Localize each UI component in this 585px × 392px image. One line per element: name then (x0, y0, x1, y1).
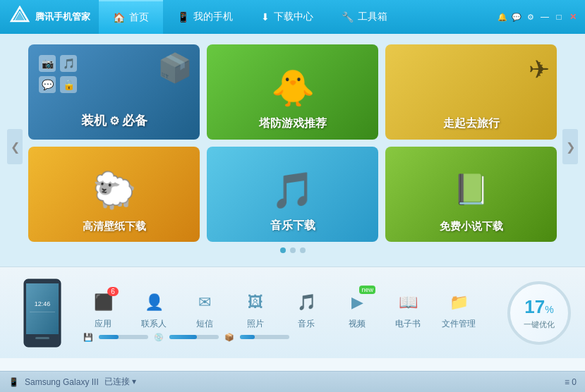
card3-label: 走起去旅行 (443, 116, 500, 131)
svg-text:12:46: 12:46 (35, 300, 51, 307)
storage-icon-3: 📦 (224, 333, 234, 342)
music-icon: 🎵 (294, 290, 319, 315)
banner-card-4[interactable]: 🐑 高清壁纸下载 (28, 147, 200, 242)
device-icons-row: ⬛ 6 应用 👤 联系人 ✉ 短信 🖼 照片 (78, 284, 493, 333)
statusbar-count[interactable]: ≡ 0 (565, 377, 577, 387)
card6-label: 免费小说下载 (440, 220, 503, 233)
banner-card-6[interactable]: 📗 免费小说下载 (385, 147, 557, 242)
tools-icon: 🔧 (342, 11, 354, 23)
progress-bar-1 (99, 335, 148, 339)
storage-icon-1: 💾 (83, 333, 93, 342)
apps-badge: 6 (107, 287, 119, 296)
dot-1[interactable] (280, 247, 286, 253)
statusbar-device-label: Samsung Galaxy III (25, 377, 99, 387)
card3-decoration: ✈ (529, 55, 550, 85)
optimize-label: 一键优化 (524, 319, 555, 330)
sms-label: 短信 (196, 318, 213, 330)
main-content: ❮ 📷 🎵 💬 🔒 📦 装机 ⚙ 必备 🐥 (0, 34, 585, 371)
apps-icon: ⬛ 6 (90, 290, 116, 315)
svg-rect-5 (35, 337, 49, 339)
dot-3[interactable] (300, 247, 306, 253)
device-icon-video[interactable]: ▶ new 视频 (332, 290, 382, 330)
nav-tab-home[interactable]: 🏠 首页 (99, 0, 163, 34)
close-button[interactable]: ✕ (568, 12, 578, 22)
sms-icon: ✉ (192, 290, 217, 315)
phone-svg: 12:46 (21, 278, 64, 348)
statusbar-status[interactable]: 已连接 ▾ (104, 376, 136, 388)
home-icon: 🏠 (113, 12, 125, 23)
filemanager-label: 文件管理 (442, 318, 476, 330)
download-icon: ⬇ (261, 11, 270, 23)
device-progress-row: 💾 💿 📦 (78, 333, 493, 342)
statusbar-right: ≡ 0 (565, 377, 577, 387)
minimize-button[interactable]: — (540, 12, 550, 22)
device-icon-music[interactable]: 🎵 音乐 (281, 290, 332, 330)
card6-decoration: 📗 (453, 172, 490, 207)
phone-image-area: 12:46 (14, 278, 71, 348)
card2-label: 塔防游戏推荐 (259, 116, 327, 131)
banner-card-3[interactable]: ✈ 走起去旅行 (385, 44, 557, 140)
card1-app-icons: 📷 🎵 💬 🔒 (39, 55, 77, 93)
storage-icon-2: 💿 (154, 333, 164, 342)
card1-decoration: 📦 (157, 51, 193, 85)
progress-bar-2 (169, 335, 219, 339)
phone-icon: 📱 (177, 11, 189, 23)
titlebar: 腾讯手机管家 🏠 首页 📱 我的手机 ⬇ 下载中心 🔧 工具箱 🔔 💬 ⚙ — … (0, 0, 585, 34)
card4-decoration: 🐑 (92, 170, 136, 211)
device-icon-ebook[interactable]: 📖 电子书 (382, 290, 433, 330)
ebook-label: 电子书 (395, 318, 421, 330)
photos-label: 照片 (247, 318, 264, 330)
video-icon: ▶ new (344, 290, 370, 315)
statusbar-left: 📱 Samsung Galaxy III 已连接 ▾ (8, 376, 565, 388)
banner-next-button[interactable]: ❯ (562, 129, 578, 164)
photos-icon: 🖼 (243, 290, 268, 315)
banner-card-5[interactable]: 🎵 音乐下载 (207, 147, 378, 242)
app-icon-3: 💬 (39, 76, 56, 93)
percent-sign: % (545, 304, 553, 315)
statusbar: 📱 Samsung Galaxy III 已连接 ▾ ≡ 0 (0, 371, 585, 392)
gear-icon: ⚙ (109, 114, 119, 128)
device-icon-photos[interactable]: 🖼 照片 (230, 290, 281, 330)
nav-tab-phone[interactable]: 📱 我的手机 (163, 0, 247, 34)
nav-tab-download[interactable]: ⬇ 下载中心 (247, 0, 327, 34)
video-label: 视频 (349, 318, 366, 330)
progress-bar-3 (240, 335, 289, 339)
app-icon-4: 🔒 (60, 76, 77, 93)
tray-icon[interactable]: 🔔 (497, 12, 507, 22)
device-icon-sms[interactable]: ✉ 短信 (179, 290, 230, 330)
dot-2[interactable] (290, 247, 296, 253)
card5-decoration: 🎵 (271, 170, 315, 211)
settings-icon[interactable]: ⚙ (526, 12, 536, 22)
optimize-button[interactable]: 17 % 一键优化 (507, 281, 571, 345)
maximize-button[interactable]: □ (554, 12, 564, 22)
device-icon-apps[interactable]: ⬛ 6 应用 (78, 290, 128, 330)
device-panel: 12:46 ⬛ 6 应用 👤 联系人 ✉ (0, 267, 585, 358)
ebook-icon: 📖 (395, 290, 421, 315)
logo-area: 腾讯手机管家 (0, 6, 99, 28)
svg-rect-4 (26, 283, 59, 334)
music-label: 音乐 (298, 318, 315, 330)
logo-icon (8, 6, 31, 28)
banner-prev-button[interactable]: ❮ (7, 129, 23, 164)
progress-fill-3 (240, 335, 255, 339)
logo-text: 腾讯手机管家 (35, 11, 90, 23)
nav-tab-tools[interactable]: 🔧 工具箱 (327, 0, 402, 34)
apps-label: 应用 (95, 318, 111, 330)
card5-label: 音乐下载 (270, 219, 315, 233)
optimize-percent: 17 (524, 296, 545, 318)
card2-decoration: 🐥 (271, 68, 315, 109)
nav-tabs: 🏠 首页 📱 我的手机 ⬇ 下载中心 🔧 工具箱 (99, 0, 497, 34)
device-icon-contacts[interactable]: 👤 联系人 (128, 290, 179, 330)
card1-label: 装机 ⚙ 必备 (81, 112, 147, 129)
window-controls: 🔔 💬 ⚙ — □ ✕ (497, 12, 585, 22)
banner-card-2[interactable]: 🐥 塔防游戏推荐 (207, 44, 378, 140)
device-icon-filemanager[interactable]: 📁 文件管理 (433, 290, 484, 330)
banner-grid: 📷 🎵 💬 🔒 📦 装机 ⚙ 必备 🐥 塔防游戏推荐 ✈ (28, 44, 557, 242)
card4-label: 高清壁纸下载 (83, 220, 146, 233)
message-icon[interactable]: 💬 (512, 12, 521, 22)
banner-dots (28, 247, 557, 253)
banner-area: ❮ 📷 🎵 💬 🔒 📦 装机 ⚙ 必备 🐥 (0, 34, 585, 267)
progress-fill-1 (99, 335, 119, 339)
banner-card-1[interactable]: 📷 🎵 💬 🔒 📦 装机 ⚙ 必备 (28, 44, 200, 140)
video-new-badge: new (359, 286, 375, 294)
